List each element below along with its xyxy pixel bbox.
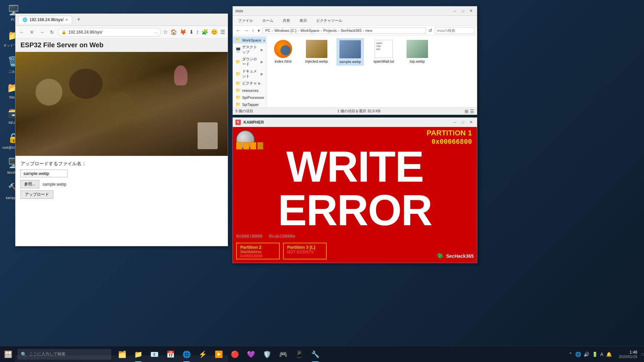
minimize-button[interactable]: ─	[451, 8, 458, 14]
file-item-injected[interactable]: injected.webp	[303, 39, 330, 65]
path-sechack: SecHack365	[340, 28, 361, 33]
home-icon[interactable]: 🏠	[170, 28, 178, 36]
sidebar-item-spiprocessor[interactable]: 📁 SpiProcessor	[233, 94, 266, 101]
kamppher-minimize-button[interactable]: ─	[451, 120, 458, 125]
kamppher-close-button[interactable]: ✕	[468, 120, 474, 125]
explorer-statusbar: 5 個の項目 1 個の項目を選択 32.0 KB ⊞ ☰	[233, 107, 477, 115]
kamppher-bottom-panel: 0x00010000 0xab10000e Partition 2 StartA…	[233, 231, 477, 263]
tools-icon: 🔧	[311, 350, 320, 358]
red-app-icon: 🔴	[231, 350, 239, 358]
desktop-folder-icon: 🖥️	[235, 47, 241, 52]
dish-1	[36, 79, 62, 106]
sidebar-documents-label: ドキュメント	[242, 69, 259, 79]
browser-tab[interactable]: 🌐 192.168.24.96/sys/ ×	[18, 16, 72, 23]
sidebar-item-pictures[interactable]: 📁 ピクチャ ▶	[233, 80, 266, 87]
reload-button[interactable]: ↻	[48, 28, 56, 37]
grid-view-button[interactable]: ⊞	[465, 109, 469, 114]
back-button[interactable]: ←	[17, 28, 26, 37]
stop-button[interactable]: ✕	[28, 28, 36, 37]
sidebar-workspace-label: WorkSpace	[242, 38, 261, 42]
ribbon-tab-view[interactable]: 表示	[297, 17, 310, 24]
bookmark-star-icon[interactable]: ☆	[162, 28, 168, 36]
upload-button[interactable]: アップロード	[20, 190, 53, 199]
kamppher-app-icon: K	[235, 120, 241, 125]
sidebar-downloads-label: ダウンロード	[242, 57, 259, 67]
taskbar-vs[interactable]: 💜	[243, 346, 259, 362]
download-icon[interactable]: ⬇	[189, 28, 194, 36]
ribbon-tab-home[interactable]: ホーム	[260, 17, 276, 24]
ribbon-tab-picture[interactable]: ピクチャツール	[314, 17, 345, 24]
browse-button[interactable]: 参照...	[20, 180, 39, 188]
kamppher-maximize-button[interactable]: □	[460, 120, 466, 125]
sidebar-item-resources[interactable]: 📁 resources	[233, 87, 266, 94]
partition-label: PARTITION 1	[427, 129, 472, 137]
address-bar[interactable]: 🔒 192.168.24.96/sys/ ···	[58, 28, 161, 37]
tray-battery-icon[interactable]: 🔋	[591, 352, 599, 357]
maximize-button[interactable]: □	[460, 8, 466, 14]
close-button[interactable]: ✕	[468, 8, 474, 14]
extension-icon[interactable]: 🧩	[201, 28, 209, 36]
taskbar-powershell[interactable]: ⚡	[195, 346, 210, 362]
figurine	[174, 65, 187, 85]
taskbar-clock[interactable]: 1:48 2020/01/29	[615, 350, 641, 359]
taskbar-app-red[interactable]: 🔴	[227, 346, 243, 362]
taskbar-game[interactable]: 🎮	[275, 346, 291, 362]
file-item-spammail[interactable]: spammailtext spamMail.txt	[370, 39, 397, 65]
sidebar-item-desktop[interactable]: 🖥️ デスクトップ ▶	[233, 44, 266, 56]
ribbon-tab-share[interactable]: 共有	[280, 17, 293, 24]
tray-sound-icon[interactable]: 🔊	[583, 352, 590, 357]
sidebar-item-downloads[interactable]: 📁 ダウンロード ▶	[233, 56, 266, 68]
start-button[interactable]: 🪟	[0, 346, 16, 362]
explorer-search-input[interactable]	[435, 27, 475, 34]
file-item-index-html[interactable]: index.html	[270, 39, 297, 65]
explorer-forward-button[interactable]: →	[243, 28, 250, 33]
list-view-button[interactable]: ☰	[470, 109, 474, 114]
menu-icon[interactable]: ☰	[220, 28, 226, 36]
explorer-back-button[interactable]: ←	[235, 28, 241, 33]
emoji-icon[interactable]: 😊	[210, 28, 218, 36]
taskbar-calendar[interactable]: 📅	[163, 346, 178, 362]
taskbar-phone[interactable]: 📱	[291, 346, 307, 362]
more-options[interactable]: ···	[154, 30, 157, 34]
partition2-address: 0x06010000	[240, 254, 276, 258]
downloads-folder-icon: 📁	[235, 59, 241, 64]
ribbon-tab-file[interactable]: ファイル	[235, 17, 256, 24]
new-tab-button[interactable]: +	[75, 16, 83, 23]
refresh-button[interactable]: ↺	[427, 28, 433, 33]
tray-arrow-icon[interactable]: ⌃	[568, 352, 574, 357]
taskbar-cmd[interactable]: ▶️	[211, 346, 226, 362]
documents-folder-icon: 📁	[235, 71, 241, 76]
sync-icon[interactable]: ↕	[196, 28, 200, 36]
sidebar-item-documents[interactable]: 📁 ドキュメント ▶	[233, 68, 266, 80]
tray-ime-icon[interactable]: A	[599, 352, 604, 357]
notification-button[interactable]: □	[641, 346, 644, 362]
tray-notification-icon[interactable]: 🔔	[605, 352, 613, 357]
explorer-up-button[interactable]: ↑	[251, 28, 255, 33]
taskbar-search-placeholder: ここに入力して検索	[29, 351, 65, 357]
file-item-top[interactable]: top.webp	[404, 39, 431, 65]
dish-2	[69, 69, 103, 99]
taskbar-mail[interactable]: 📧	[147, 346, 162, 362]
address-path[interactable]: PC › Windows (C:) › WorkSpace › Projects…	[262, 27, 426, 34]
sidebar-item-workspace[interactable]: 📁 WorkSpace ▲	[233, 37, 266, 44]
filename-input[interactable]	[20, 170, 67, 177]
taskbar-task-view[interactable]: 🗂️	[114, 346, 130, 362]
file-thumb-spammail: spammailtext	[373, 40, 394, 58]
taskbar-browser[interactable]: 🌐	[179, 346, 194, 362]
taskbar-file-explorer[interactable]: 📁	[130, 346, 146, 362]
recent-locations-button[interactable]: ▾	[257, 28, 261, 33]
tab-close-button[interactable]: ×	[65, 17, 68, 22]
error-text: ERROR	[278, 188, 432, 232]
taskbar-tools[interactable]: 🔧	[308, 346, 323, 362]
explorer-titlebar: mov ─ □ ✕	[233, 6, 477, 16]
file-item-sample[interactable]: sample.webp	[337, 39, 364, 65]
security-taskbar-icon: 🛡️	[263, 350, 271, 358]
date-display: 2020/01/29	[619, 355, 637, 359]
tray-network-icon[interactable]: 🌐	[574, 352, 582, 357]
forward-button[interactable]: →	[38, 28, 46, 37]
sidebar-item-spitapper[interactable]: 📁 SpiTapper	[233, 101, 266, 107]
statusbar-view-buttons: ⊞ ☰	[465, 109, 474, 114]
taskbar-search-bar[interactable]: 🔍 ここに入力して検索	[17, 349, 111, 360]
taskbar-security[interactable]: 🛡️	[259, 346, 275, 362]
path-sep-4: ›	[338, 28, 339, 33]
